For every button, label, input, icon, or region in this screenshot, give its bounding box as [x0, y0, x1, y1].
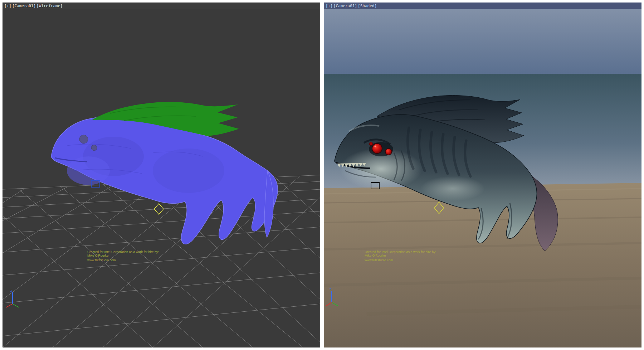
scene-credit-text[interactable]: Created for Intel Corporation as a work …	[87, 250, 159, 262]
credit-line-3: www.fritzstudio.com	[87, 258, 159, 262]
credit-line-3: www.fritzstudio.com	[365, 258, 436, 262]
viewport-menu-button[interactable]: [+]	[326, 4, 333, 8]
fish-belly-highlight-rear	[420, 176, 485, 201]
viewport-wireframe[interactable]: z [+] [Camera01] [Wireframe] Created for…	[3, 3, 320, 347]
shading-menu-button[interactable]: [Wireframe]	[36, 4, 63, 8]
credit-line-2: Mike O'Rourke	[87, 254, 159, 257]
scene-credit-text[interactable]: Created for Intel Corporation as a work …	[365, 250, 436, 262]
fish-eye-small	[369, 142, 373, 146]
scene-shaded: z	[324, 3, 641, 347]
axis-z-label: z	[10, 289, 12, 292]
viewport-label-bar: [+] [Camera01] [Shaded]	[324, 3, 641, 9]
camera-menu-button[interactable]: [Camera01]	[12, 4, 36, 8]
credit-line-1: Created for Intel Corporation as a work …	[87, 250, 159, 254]
axis-z-label: z	[330, 287, 331, 291]
shading-menu-button[interactable]: [Shaded]	[358, 4, 377, 8]
viewport-split-layout: z [+] [Camera01] [Wireframe] Created for…	[0, 0, 644, 350]
viewport-menu-button[interactable]: [+]	[4, 4, 11, 8]
camera-menu-button[interactable]: [Camera01]	[333, 4, 357, 8]
fish-eye-secondary	[385, 149, 392, 155]
fish-eye-glint	[375, 146, 376, 147]
credit-line-2: Mike O'Rourke	[365, 254, 436, 257]
credit-line-1: Created for Intel Corporation as a work …	[365, 250, 436, 254]
viewport-label-bar: [+] [Camera01] [Wireframe]	[3, 3, 320, 9]
scene-wireframe: z	[3, 3, 320, 347]
sky	[324, 3, 641, 74]
viewport-shaded[interactable]: z [+] [Camera01] [Shaded] Created for In…	[324, 3, 641, 347]
fish-eye-small	[91, 145, 97, 151]
fish-eye-main	[372, 144, 382, 154]
fish-eye-large	[79, 135, 88, 144]
